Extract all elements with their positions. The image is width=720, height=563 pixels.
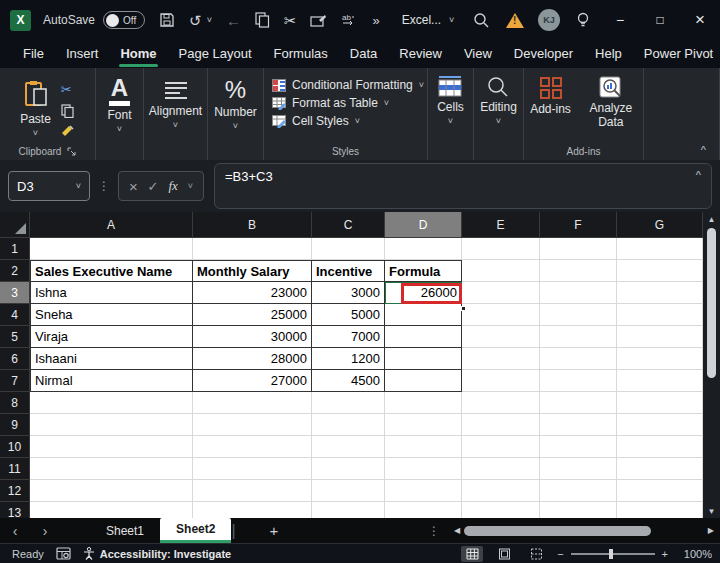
cancel-icon[interactable]: × <box>129 178 138 195</box>
tab-home[interactable]: Home <box>109 42 167 67</box>
cell-A4[interactable]: Sneha <box>30 304 193 326</box>
format-as-table-button[interactable]: Format as Table ˅ <box>272 96 389 110</box>
zoom-level[interactable]: 100% <box>678 548 712 560</box>
cell-E13[interactable] <box>462 502 540 518</box>
column-header-F[interactable]: F <box>540 212 617 238</box>
formula-bar-drag-dots[interactable]: ⋮ <box>98 179 110 193</box>
row-header-4[interactable]: 4 <box>0 304 30 326</box>
cell-B9[interactable] <box>193 414 312 436</box>
cell-E9[interactable] <box>462 414 540 436</box>
conditional-formatting-button[interactable]: Conditional Formatting ˅ <box>272 78 424 92</box>
analyze-data-button[interactable]: Analyze Data <box>585 74 637 130</box>
column-header-D[interactable]: D <box>385 212 462 238</box>
cell-G6[interactable] <box>617 348 703 370</box>
tab-insert[interactable]: Insert <box>55 42 110 67</box>
page-break-preview-button[interactable] <box>525 546 547 562</box>
cell-B12[interactable] <box>193 480 312 502</box>
cell-D10[interactable] <box>385 436 462 458</box>
alignment-group-button[interactable]: Alignment ˅ <box>149 74 202 130</box>
formula-input[interactable]: =B3+C3 ^ <box>214 163 712 209</box>
minimize-button[interactable]: − <box>600 0 640 40</box>
name-box-chevron-icon[interactable]: ˅ <box>76 181 81 191</box>
cell-G13[interactable] <box>617 502 703 518</box>
cell-G1[interactable] <box>617 238 703 260</box>
cell-F9[interactable] <box>540 414 617 436</box>
addins-button[interactable]: Add-ins <box>530 74 571 130</box>
row-header-12[interactable]: 12 <box>0 480 30 502</box>
cell-A12[interactable] <box>30 480 193 502</box>
row-header-9[interactable]: 9 <box>0 414 30 436</box>
cell-F5[interactable] <box>540 326 617 348</box>
cell-A5[interactable]: Viraja <box>30 326 193 348</box>
zoom-slider[interactable] <box>571 553 655 555</box>
scroll-left-icon[interactable]: ◀ <box>454 526 460 535</box>
sheet-tab-sheet2[interactable]: Sheet2 <box>160 518 231 543</box>
cell-B13[interactable] <box>193 502 312 518</box>
cell-G10[interactable] <box>617 436 703 458</box>
cell-B5[interactable]: 30000 <box>193 326 312 348</box>
scroll-down-icon[interactable]: ▼ <box>708 504 716 518</box>
overflow-icon[interactable]: » <box>372 14 379 27</box>
cell-D11[interactable] <box>385 458 462 480</box>
column-header-A[interactable]: A <box>30 212 193 238</box>
cell-B6[interactable]: 28000 <box>193 348 312 370</box>
cell-F1[interactable] <box>540 238 617 260</box>
cell-C5[interactable]: 7000 <box>312 326 385 348</box>
cell-E12[interactable] <box>462 480 540 502</box>
vertical-scroll-thumb[interactable] <box>707 228 716 378</box>
cell-D1[interactable] <box>385 238 462 260</box>
fill-handle[interactable] <box>461 306 466 311</box>
cell-F6[interactable] <box>540 348 617 370</box>
enter-icon[interactable]: ✓ <box>148 179 159 194</box>
row-header-6[interactable]: 6 <box>0 348 30 370</box>
tab-file[interactable]: File <box>12 42 55 67</box>
zoom-slider-thumb[interactable] <box>609 549 613 559</box>
cell-B8[interactable] <box>193 392 312 414</box>
cell-F12[interactable] <box>540 480 617 502</box>
cell-E8[interactable] <box>462 392 540 414</box>
copy-icon[interactable] <box>255 12 270 28</box>
cut-button[interactable]: ✂ <box>61 82 75 97</box>
copy-button[interactable] <box>61 104 75 118</box>
font-group-button[interactable]: A Font ˅ <box>107 74 131 134</box>
row-header-11[interactable]: 11 <box>0 458 30 480</box>
cell-C8[interactable] <box>312 392 385 414</box>
tab-power-pivot[interactable]: Power Pivot <box>633 42 720 67</box>
replace-icon[interactable]: ab <box>341 12 358 28</box>
formula-bar-collapse-icon[interactable]: ^ <box>696 169 701 181</box>
macro-record-icon[interactable] <box>56 547 71 560</box>
cell-B3[interactable]: 23000 <box>193 282 312 304</box>
cell-C9[interactable] <box>312 414 385 436</box>
cut-icon[interactable]: ✂ <box>284 13 297 28</box>
cell-C4[interactable]: 5000 <box>312 304 385 326</box>
name-box[interactable]: D3 ˅ <box>8 171 90 201</box>
warning-icon[interactable] <box>498 13 532 28</box>
cell-A9[interactable] <box>30 414 193 436</box>
scroll-up-icon[interactable]: ▲ <box>708 212 716 226</box>
cell-C1[interactable] <box>312 238 385 260</box>
cell-E7[interactable] <box>462 370 540 392</box>
cell-D9[interactable] <box>385 414 462 436</box>
cell-G2[interactable] <box>617 260 703 282</box>
column-header-G[interactable]: G <box>617 212 703 238</box>
sheet-prev-icon[interactable]: ‹ <box>0 523 30 539</box>
cell-C2[interactable]: Incentive <box>312 260 385 282</box>
cell-E11[interactable] <box>462 458 540 480</box>
row-header-10[interactable]: 10 <box>0 436 30 458</box>
cell-G7[interactable] <box>617 370 703 392</box>
cell-F11[interactable] <box>540 458 617 480</box>
title-chevron-icon[interactable]: ˅ <box>449 15 454 25</box>
tab-data[interactable]: Data <box>339 42 388 67</box>
search-icon[interactable] <box>464 12 498 29</box>
cell-E6[interactable] <box>462 348 540 370</box>
cell-C13[interactable] <box>312 502 385 518</box>
save-icon[interactable] <box>159 12 175 28</box>
cell-B2[interactable]: Monthly Salary <box>193 260 312 282</box>
cell-D12[interactable] <box>385 480 462 502</box>
cell-B11[interactable] <box>193 458 312 480</box>
cell-A13[interactable] <box>30 502 193 518</box>
column-header-C[interactable]: C <box>312 212 385 238</box>
horizontal-scroll-thumb[interactable] <box>464 526 651 536</box>
sheet-tab-sheet1[interactable]: Sheet1 <box>90 518 160 543</box>
zoom-in-button[interactable]: + <box>662 548 668 560</box>
